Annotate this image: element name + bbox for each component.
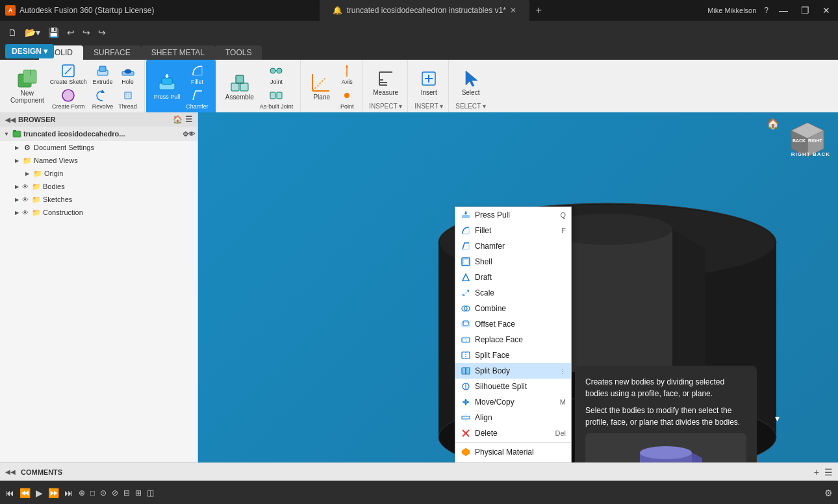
tab-sheet-metal[interactable]: SHEET METAL: [141, 45, 215, 60]
close-btn[interactable]: ✕: [820, 5, 833, 16]
menu-item-align[interactable]: Align: [455, 410, 571, 425]
settings-icon[interactable]: ⚙: [824, 488, 833, 498]
viewport-3d[interactable]: Press Pull Q Fillet F Chamfer: [198, 112, 838, 462]
expand-doc-settings-icon[interactable]: ▶: [13, 144, 21, 151]
menu-item-physical-material[interactable]: Physical Material: [455, 444, 571, 460]
playback-next-btn[interactable]: ⏩: [48, 488, 59, 498]
help-icon[interactable]: ?: [764, 6, 768, 15]
timeline-icon-3[interactable]: ⊙: [100, 488, 107, 498]
design-button[interactable]: DESIGN ▾: [5, 44, 54, 58]
menu-item-scale[interactable]: Scale: [455, 285, 571, 301]
viewport-expand-icon[interactable]: ▾: [775, 413, 780, 423]
menu-item-draft[interactable]: Draft: [455, 270, 571, 285]
timeline-icon-6[interactable]: ⊞: [135, 488, 142, 498]
qa-redo[interactable]: ↪: [80, 26, 93, 39]
menu-item-fillet[interactable]: Fillet F: [455, 223, 571, 238]
insert-btn[interactable]: Insert: [414, 67, 443, 97]
menu-item-chamfer[interactable]: Chamfer: [455, 238, 571, 254]
tab-surface[interactable]: SURFACE: [83, 45, 141, 60]
menu-item-appearance[interactable]: Appearance A: [455, 460, 571, 462]
bodies-eye-icon[interactable]: 👁: [22, 183, 29, 190]
playback-prev-btn[interactable]: ⏪: [19, 488, 31, 498]
browser-collapse-icon[interactable]: ◀◀: [5, 116, 16, 123]
browser-item-sketches[interactable]: ▶ 👁 📁 Sketches: [0, 193, 197, 206]
menu-item-split-face[interactable]: Split Face: [455, 347, 571, 363]
playback-play-btn[interactable]: ▶: [36, 488, 43, 498]
create-new-component-btn[interactable]: NewComponent: [8, 68, 47, 105]
svg-marker-73: [464, 399, 467, 401]
hole-btn[interactable]: Hole: [116, 62, 139, 86]
create-sketch-btn[interactable]: Create Sketch: [48, 62, 89, 86]
point-btn[interactable]: Point: [337, 87, 357, 110]
menu-item-shell[interactable]: Shell: [455, 254, 571, 270]
menu-item-replace-face[interactable]: Replace Face: [455, 332, 571, 347]
expand-sketches-icon[interactable]: ▶: [13, 195, 21, 203]
menu-item-move-copy[interactable]: Move/Copy M: [455, 394, 571, 410]
qa-redo2[interactable]: ↪: [95, 26, 108, 39]
assemble-btn[interactable]: Assemble: [223, 71, 257, 102]
timeline-icon-4[interactable]: ⊘: [112, 488, 118, 498]
construct-btn[interactable]: Plane: [307, 71, 336, 102]
expand-origin-icon[interactable]: ▶: [23, 170, 31, 177]
browser-home-btn[interactable]: 🏠: [173, 115, 183, 124]
menu-item-combine[interactable]: Combine: [455, 301, 571, 316]
new-tab-btn[interactable]: +: [536, 5, 542, 16]
sketches-eye-icon[interactable]: 👁: [22, 196, 29, 203]
svg-marker-76: [467, 401, 469, 403]
insert-group-label: INSERT ▾: [414, 101, 443, 110]
press-pull-btn[interactable]: Press Pull: [151, 71, 183, 101]
menu-item-split-body[interactable]: Split Body ⋮: [455, 363, 571, 379]
expand-named-views-icon[interactable]: ▶: [13, 157, 21, 164]
root-visibility-icon[interactable]: 👁: [188, 131, 195, 138]
fillet-ribbon-btn[interactable]: Fillet: [184, 62, 210, 86]
extrude-btn[interactable]: Extrude: [90, 62, 116, 86]
construction-eye-icon[interactable]: 👁: [22, 209, 29, 216]
comments-menu-icon[interactable]: ☰: [824, 467, 833, 477]
inspect-btn[interactable]: Measure: [370, 67, 401, 97]
root-settings-icon[interactable]: ⚙: [183, 131, 188, 138]
browser-item-named-views[interactable]: ▶ 📁 Named Views: [0, 154, 197, 167]
thread-btn[interactable]: Thread: [116, 87, 139, 110]
browser-item-doc-settings[interactable]: ▶ ⚙ Document Settings: [0, 141, 197, 154]
file-tab[interactable]: 🔔 truncated icosidodecahedron instructab…: [320, 0, 529, 21]
comments-collapse-icon[interactable]: ◀◀: [5, 468, 16, 475]
viewport-home-btn[interactable]: 🏠: [767, 118, 780, 130]
expand-bodies-icon[interactable]: ▶: [13, 183, 21, 190]
browser-menu-btn[interactable]: ☰: [185, 115, 192, 124]
qa-undo[interactable]: ↩: [64, 26, 77, 39]
browser-item-bodies[interactable]: ▶ 👁 📁 Bodies: [0, 180, 197, 193]
view-cube[interactable]: RIGHT BACK RIGHT BACK: [785, 118, 830, 163]
qa-new[interactable]: 🗋: [5, 26, 19, 39]
expand-construction-icon[interactable]: ▶: [13, 208, 21, 216]
playback-first-btn[interactable]: ⏮: [5, 488, 14, 498]
menu-item-press-pull[interactable]: Press Pull Q: [455, 207, 571, 223]
browser-item-construction[interactable]: ▶ 👁 📁 Construction: [0, 206, 197, 219]
browser-item-origin[interactable]: ▶ 📁 Origin: [0, 167, 197, 180]
tab-tools[interactable]: TOOLS: [215, 45, 262, 60]
axis-btn[interactable]: Axis: [337, 62, 357, 86]
expand-root-icon[interactable]: ▼: [3, 130, 10, 138]
menu-item-silhouette-split[interactable]: Silhouette Split: [455, 379, 571, 394]
menu-item-delete[interactable]: Delete Del: [455, 425, 571, 441]
revolve-btn[interactable]: Revolve: [90, 87, 116, 110]
menu-item-offset-face[interactable]: Offset Face: [455, 316, 571, 332]
comments-add-icon[interactable]: +: [814, 467, 819, 477]
qa-open[interactable]: 📂▾: [22, 26, 43, 39]
svg-marker-81: [462, 448, 470, 456]
timeline-icon-5[interactable]: ⊟: [123, 488, 130, 498]
minimize-btn[interactable]: —: [776, 5, 791, 16]
chamfer-ribbon-btn[interactable]: Chamfer: [184, 87, 210, 110]
close-file-btn[interactable]: ✕: [510, 6, 516, 15]
timeline-icon-1[interactable]: ⊕: [79, 488, 85, 498]
select-btn[interactable]: Select: [457, 67, 485, 97]
create-form-btn[interactable]: Create Form: [48, 87, 89, 110]
as-built-joint-btn[interactable]: As-built Joint: [258, 87, 296, 110]
timeline-icon-2[interactable]: □: [90, 488, 95, 498]
playback-last-btn[interactable]: ⏭: [64, 488, 73, 498]
ribbon-group-insert: Insert INSERT ▾: [409, 60, 449, 112]
joint-btn[interactable]: Joint: [258, 62, 296, 86]
timeline-icon-7[interactable]: ◫: [147, 488, 154, 498]
browser-item-root[interactable]: ▼ truncated icosidodecahedro... ⚙ 👁: [0, 127, 197, 141]
restore-btn[interactable]: ❐: [798, 5, 812, 16]
qa-save[interactable]: 💾: [45, 26, 62, 39]
